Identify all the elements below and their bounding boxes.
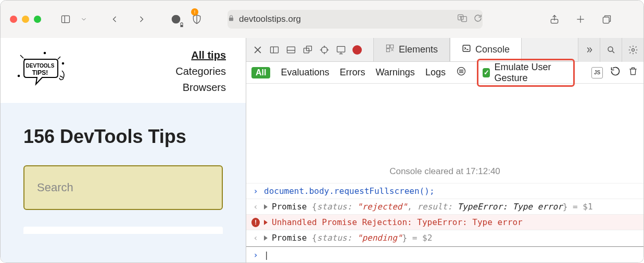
nav-all-tips[interactable]: All tips: [191, 49, 226, 61]
output-chevron-icon: ‹: [251, 202, 260, 212]
expand-icon[interactable]: [264, 204, 268, 209]
content-card-stub: [23, 227, 223, 234]
new-tab-button[interactable]: [573, 10, 588, 28]
console-icon: [462, 44, 471, 56]
minimize-window-button[interactable]: [22, 16, 29, 23]
devtools-panel: Elements Console All Evaluations Errors …: [246, 38, 643, 262]
clear-console-icon[interactable]: [628, 66, 638, 79]
lock-icon: [228, 14, 235, 24]
filter-warnings[interactable]: Warnings: [376, 67, 415, 78]
svg-point-44: [632, 48, 634, 51]
devtools-tab-bar: Elements Console: [246, 38, 643, 62]
svg-point-18: [44, 52, 46, 54]
cursor: |: [264, 250, 269, 260]
page-title: 156 DevTools Tips: [23, 126, 223, 148]
svg-point-16: [18, 75, 20, 77]
site-logo[interactable]: DEVTOOLS TIPS!: [16, 46, 68, 93]
expand-icon[interactable]: [264, 235, 268, 241]
svg-rect-4: [229, 18, 233, 21]
nav-categories[interactable]: Categories: [175, 65, 226, 77]
filter-evaluations[interactable]: Evaluations: [281, 67, 329, 78]
error-icon: !: [251, 218, 260, 227]
console-result-line: ‹ Promise {status: "pending"} = $2: [246, 230, 643, 245]
dock-undock-icon[interactable]: [302, 45, 313, 55]
svg-line-14: [58, 57, 60, 59]
tab-elements[interactable]: Elements: [373, 38, 450, 61]
url-text: devtoolstips.org: [239, 14, 301, 24]
svg-text:TIPS!: TIPS!: [32, 69, 48, 76]
search-placeholder: Search: [37, 181, 73, 194]
console-filter-bar: All Evaluations Errors Warnings Logs ✓ E…: [246, 62, 643, 84]
close-window-button[interactable]: [10, 16, 17, 23]
search-input[interactable]: Search: [23, 165, 223, 210]
privacy-extension-icon[interactable]: [167, 10, 185, 28]
svg-rect-3: [180, 25, 183, 28]
close-devtools-icon[interactable]: [252, 45, 263, 55]
input-chevron-icon: ›: [251, 250, 260, 260]
more-tabs-button[interactable]: [578, 38, 600, 62]
console-output: Console cleared at 17:12:40 › document.b…: [246, 84, 643, 262]
console-input-line: › document.body.requestFullscreen();: [246, 183, 643, 199]
emulate-label: Emulate User Gesture: [494, 62, 569, 84]
sidebar-toggle-button[interactable]: [57, 10, 74, 28]
translate-icon[interactable]: [457, 13, 468, 26]
output-chevron-icon: ‹: [251, 233, 260, 243]
svg-rect-6: [461, 16, 466, 21]
fullscreen-window-button[interactable]: [34, 16, 41, 23]
elements-icon: [385, 44, 395, 56]
filter-logs[interactable]: Logs: [425, 67, 446, 78]
window-controls: [10, 16, 41, 23]
settings-devtools-button[interactable]: [622, 38, 643, 62]
tab-console-label: Console: [475, 44, 510, 55]
page-content: DEVTOOLS TIPS! All tips Categories Brows…: [1, 38, 246, 262]
warning-badge-icon: !: [191, 8, 198, 16]
svg-line-15: [60, 76, 63, 77]
js-context-icon[interactable]: JS: [591, 67, 603, 78]
svg-point-27: [321, 47, 327, 53]
tabs-overview-button[interactable]: [599, 10, 614, 28]
console-error-line: ! Unhandled Promise Rejection: TypeError…: [246, 214, 643, 230]
svg-rect-10: [603, 17, 609, 23]
console-cleared-message: Console cleared at 17:12:40: [389, 166, 500, 177]
address-bar[interactable]: devtoolstips.org: [228, 10, 483, 29]
svg-rect-0: [62, 16, 70, 22]
svg-rect-23: [287, 47, 295, 53]
search-devtools-button[interactable]: [600, 38, 622, 62]
dock-left-icon[interactable]: [269, 45, 280, 55]
site-nav: All tips Categories Browsers: [175, 46, 230, 94]
back-button[interactable]: [106, 10, 123, 28]
svg-text:DEVTOOLS: DEVTOOLS: [26, 63, 55, 69]
device-icon[interactable]: [336, 45, 346, 55]
svg-rect-35: [386, 45, 389, 48]
svg-line-43: [612, 51, 614, 53]
svg-point-17: [62, 63, 64, 64]
svg-line-13: [20, 55, 23, 58]
dropdown-button[interactable]: [79, 10, 89, 28]
extension-group: !: [167, 10, 206, 28]
console-prompt-line[interactable]: › |: [246, 247, 643, 262]
reload-icon[interactable]: [473, 14, 483, 25]
filter-all[interactable]: All: [251, 67, 270, 78]
svg-rect-21: [271, 47, 279, 53]
browser-toolbar: ! devtoolstips.org: [1, 1, 643, 38]
forward-button[interactable]: [133, 10, 150, 28]
svg-rect-37: [386, 49, 389, 52]
result-text: Promise {status: "pending"} = $2: [272, 233, 432, 243]
console-result-line: ‹ Promise {status: "rejected", result: T…: [246, 199, 643, 214]
emulate-user-gesture-toggle[interactable]: ✓ Emulate User Gesture: [477, 59, 575, 87]
error-indicator-icon[interactable]: [352, 45, 362, 55]
refresh-console-icon[interactable]: [610, 66, 621, 79]
checkmark-icon: ✓: [483, 68, 490, 77]
expand-icon[interactable]: [264, 220, 268, 225]
tab-console[interactable]: Console: [450, 38, 522, 61]
result-text: Promise {status: "rejected", result: Typ…: [272, 202, 593, 212]
share-button[interactable]: [547, 10, 562, 28]
error-text: Unhandled Promise Rejection: TypeError: …: [272, 217, 523, 227]
dock-bottom-icon[interactable]: [286, 45, 296, 55]
target-icon[interactable]: [319, 45, 330, 55]
filter-errors[interactable]: Errors: [340, 67, 365, 78]
console-code: document.body.requestFullscreen();: [264, 186, 435, 196]
filter-options-icon[interactable]: [456, 66, 466, 79]
svg-point-42: [608, 47, 613, 51]
nav-browsers[interactable]: Browsers: [183, 82, 226, 94]
